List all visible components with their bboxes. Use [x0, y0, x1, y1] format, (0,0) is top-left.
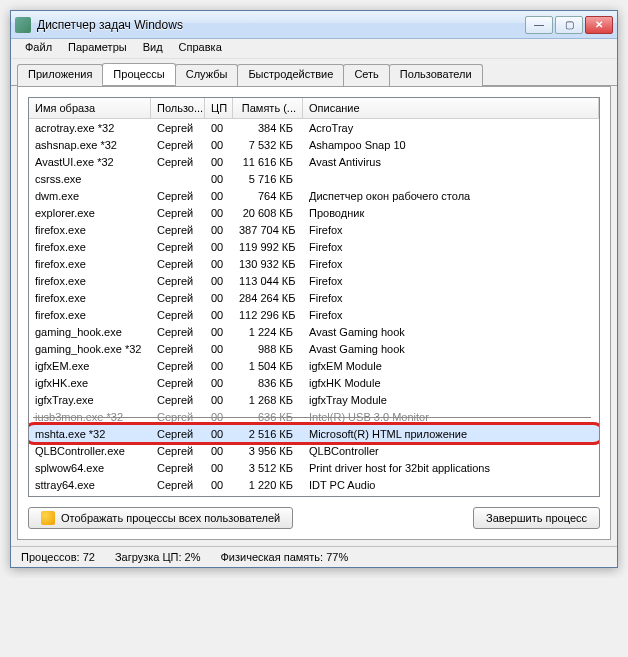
cell-user: Сергей: [151, 326, 205, 338]
cell-cpu: 00: [205, 326, 233, 338]
cell-mem: 112 296 КБ: [233, 309, 303, 321]
table-row[interactable]: csrss.exe005 716 КБ: [29, 170, 599, 187]
table-row[interactable]: igfxEM.exeСергей001 504 КБigfxEM Module: [29, 357, 599, 374]
tab-users[interactable]: Пользователи: [389, 64, 483, 86]
table-row[interactable]: explorer.exeСергей0020 608 КБПроводник: [29, 204, 599, 221]
cell-desc: Avast Gaming hook: [303, 326, 599, 338]
table-row[interactable]: igfxHK.exeСергей00836 КБigfxHK Module: [29, 374, 599, 391]
cell-cpu: 00: [205, 275, 233, 287]
col-cpu[interactable]: ЦП: [205, 98, 233, 118]
end-process-button[interactable]: Завершить процесс: [473, 507, 600, 529]
tab-strip: Приложения Процессы Службы Быстродействи…: [11, 59, 617, 86]
cell-image: AvastUI.exe *32: [29, 156, 151, 168]
table-row[interactable]: firefox.exeСергей00112 296 КБFirefox: [29, 306, 599, 323]
cell-desc: igfxHK Module: [303, 377, 599, 389]
cell-desc: Firefox: [303, 241, 599, 253]
table-row[interactable]: igfxTray.exeСергей001 268 КБigfxTray Mod…: [29, 391, 599, 408]
cell-image: firefox.exe: [29, 224, 151, 236]
cell-mem: 7 532 КБ: [233, 139, 303, 151]
cell-image: QLBController.exe: [29, 445, 151, 457]
cell-image: gaming_hook.exe *32: [29, 343, 151, 355]
cell-mem: 284 264 КБ: [233, 292, 303, 304]
cell-mem: 113 044 КБ: [233, 275, 303, 287]
cell-image: igfxEM.exe: [29, 360, 151, 372]
table-row[interactable]: gaming_hook.exeСергей001 224 КБAvast Gam…: [29, 323, 599, 340]
cell-mem: 636 КБ: [233, 411, 303, 423]
cell-desc: Avast Antivirus: [303, 156, 599, 168]
cell-mem: 1 224 КБ: [233, 326, 303, 338]
table-row[interactable]: sttray64.exeСергей001 220 КБIDT PC Audio: [29, 476, 599, 493]
show-all-users-button[interactable]: Отображать процессы всех пользователей: [28, 507, 293, 529]
table-row[interactable]: firefox.exeСергей00130 932 КБFirefox: [29, 255, 599, 272]
table-row[interactable]: firefox.exeСергей00113 044 КБFirefox: [29, 272, 599, 289]
titlebar[interactable]: Диспетчер задач Windows — ▢ ✕: [11, 11, 617, 39]
cell-user: Сергей: [151, 139, 205, 151]
table-row[interactable]: firefox.exeСергей00284 264 КБFirefox: [29, 289, 599, 306]
cell-user: Сергей: [151, 462, 205, 474]
cell-image: igfxHK.exe: [29, 377, 151, 389]
col-memory[interactable]: Память (...: [233, 98, 303, 118]
cell-user: Сергей: [151, 258, 205, 270]
table-row[interactable]: acrotray.exe *32Сергей00384 КБAcroTray: [29, 119, 599, 136]
cell-cpu: 00: [205, 462, 233, 474]
shield-icon: [41, 511, 55, 525]
table-row[interactable]: iusb3mon.exe *32Сергей00636 КБIntel(R) U…: [29, 408, 599, 425]
cell-user: Сергей: [151, 292, 205, 304]
cell-desc: Диспетчер окон рабочего стола: [303, 190, 599, 202]
process-list[interactable]: Имя образа Пользо... ЦП Память (... Опис…: [28, 97, 600, 497]
table-row[interactable]: dwm.exeСергей00764 КБДиспетчер окон рабо…: [29, 187, 599, 204]
cell-user: Сергей: [151, 190, 205, 202]
cell-desc: Проводник: [303, 207, 599, 219]
tab-networking[interactable]: Сеть: [343, 64, 389, 86]
table-row[interactable]: mshta.exe *32Сергей002 516 КБMicrosoft(R…: [29, 425, 599, 442]
cell-mem: 5 716 КБ: [233, 173, 303, 185]
table-row[interactable]: ashsnap.exe *32Сергей007 532 КБAshampoo …: [29, 136, 599, 153]
col-user[interactable]: Пользо...: [151, 98, 205, 118]
cell-cpu: 00: [205, 156, 233, 168]
cell-desc: Firefox: [303, 224, 599, 236]
tab-processes[interactable]: Процессы: [102, 63, 175, 85]
col-description[interactable]: Описание: [303, 98, 599, 118]
table-row[interactable]: gaming_hook.exe *32Сергей00988 КБAvast G…: [29, 340, 599, 357]
app-icon: [15, 17, 31, 33]
cell-desc: AcroTray: [303, 122, 599, 134]
maximize-button[interactable]: ▢: [555, 16, 583, 34]
cell-cpu: 00: [205, 173, 233, 185]
cell-cpu: 00: [205, 139, 233, 151]
cell-desc: Print driver host for 32bit applications: [303, 462, 599, 474]
list-body[interactable]: acrotray.exe *32Сергей00384 КБAcroTrayas…: [29, 119, 599, 496]
cell-cpu: 00: [205, 258, 233, 270]
cell-mem: 764 КБ: [233, 190, 303, 202]
menu-options[interactable]: Параметры: [60, 39, 135, 58]
cell-cpu: 00: [205, 394, 233, 406]
cell-cpu: 00: [205, 292, 233, 304]
cell-desc: Firefox: [303, 309, 599, 321]
list-header[interactable]: Имя образа Пользо... ЦП Память (... Опис…: [29, 98, 599, 119]
table-row[interactable]: firefox.exeСергей00387 704 КБFirefox: [29, 221, 599, 238]
cell-mem: 1 504 КБ: [233, 360, 303, 372]
cell-mem: 2 516 КБ: [233, 428, 303, 440]
minimize-button[interactable]: —: [525, 16, 553, 34]
menu-help[interactable]: Справка: [171, 39, 230, 58]
cell-image: firefox.exe: [29, 309, 151, 321]
cell-user: Сергей: [151, 479, 205, 491]
menu-view[interactable]: Вид: [135, 39, 171, 58]
table-row[interactable]: QLBController.exeСергей003 956 КБQLBCont…: [29, 442, 599, 459]
cell-cpu: 00: [205, 190, 233, 202]
table-row[interactable]: AvastUI.exe *32Сергей0011 616 КБAvast An…: [29, 153, 599, 170]
col-image[interactable]: Имя образа: [29, 98, 151, 118]
cell-desc: QLBController: [303, 445, 599, 457]
table-row[interactable]: splwow64.exeСергей003 512 КБPrint driver…: [29, 459, 599, 476]
table-row[interactable]: firefox.exeСергей00119 992 КБFirefox: [29, 238, 599, 255]
close-button[interactable]: ✕: [585, 16, 613, 34]
tab-services[interactable]: Службы: [175, 64, 239, 86]
tab-performance[interactable]: Быстродействие: [237, 64, 344, 86]
tab-applications[interactable]: Приложения: [17, 64, 103, 86]
cell-cpu: 00: [205, 479, 233, 491]
cell-mem: 3 956 КБ: [233, 445, 303, 457]
cell-user: Сергей: [151, 207, 205, 219]
cell-mem: 384 КБ: [233, 122, 303, 134]
menu-file[interactable]: Файл: [17, 39, 60, 58]
cell-user: Сергей: [151, 275, 205, 287]
cell-cpu: 00: [205, 122, 233, 134]
